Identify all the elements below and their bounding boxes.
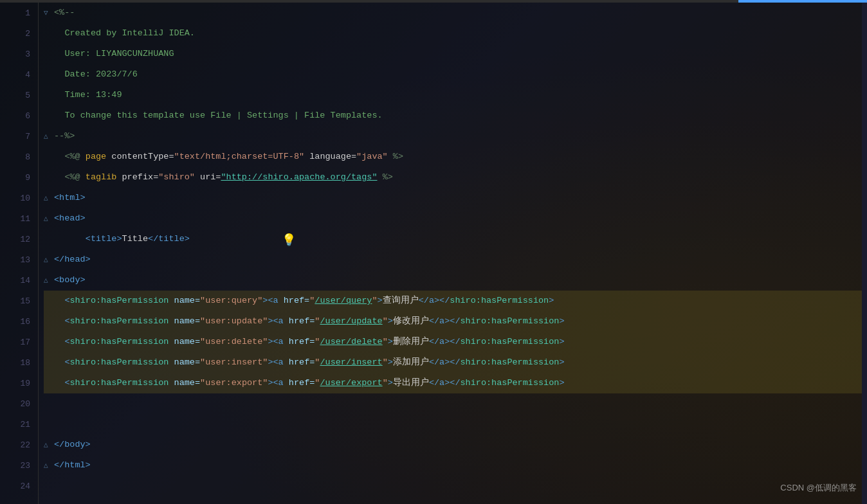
code-line-13: △</head>	[44, 249, 862, 270]
code-line-5: Time: 13:49	[44, 85, 862, 105]
line-num-6: 6	[0, 105, 38, 126]
line-num-23: 23	[0, 455, 38, 476]
line-num-3: 3	[0, 44, 38, 64]
fold-icon-10[interactable]: △	[44, 188, 53, 208]
code-line-22: △</body>	[44, 435, 862, 455]
fold-icon-13[interactable]: △	[44, 249, 53, 270]
line-num-19: 19	[0, 373, 38, 393]
code-line-8: <%@ page contentType="text/html;charset=…	[44, 147, 862, 167]
right-scrollbar[interactable]	[862, 3, 867, 504]
watermark: CSDN @低调的黑客	[780, 482, 857, 494]
code-line-15: <shiro:hasPermission name="user:query"><…	[44, 291, 862, 311]
code-line-14: △<body>	[44, 270, 862, 291]
line-num-13: 13	[0, 249, 38, 270]
code-line-16: <shiro:hasPermission name="user:update">…	[44, 311, 862, 332]
line-num-8: 8	[0, 147, 38, 167]
code-content[interactable]: ▽<%-- Created by IntelliJ IDEA. User: LI…	[39, 3, 862, 504]
code-line-3: User: LIYANGCUNZHUANG	[44, 44, 862, 64]
fold-icon-14[interactable]: △	[44, 270, 53, 291]
line-num-14: 14	[0, 270, 38, 291]
code-line-18: <shiro:hasPermission name="user:insert">…	[44, 352, 862, 373]
fold-icon-7[interactable]: △	[44, 126, 53, 147]
code-line-7: △--%>	[44, 126, 862, 147]
line-num-22: 22	[0, 435, 38, 455]
line-num-7: 7	[0, 126, 38, 147]
code-line-11: △<head>	[44, 208, 862, 229]
line-num-1: 1	[0, 3, 38, 23]
code-line-19: <shiro:hasPermission name="user:export">…	[44, 373, 862, 393]
line-num-4: 4	[0, 64, 38, 85]
code-line-4: Date: 2023/7/6	[44, 64, 862, 85]
bulb-icon[interactable]: 💡	[282, 230, 424, 251]
code-line-24	[44, 476, 862, 496]
code-line-12: <title>Title</title> 💡	[44, 229, 862, 249]
editor-container: 1 2 3 4 5 6 7 8 9 10 11 12 13 14 15 16 1…	[0, 0, 867, 504]
code-line-23: △</html>	[44, 455, 862, 476]
line-num-21: 21	[0, 414, 38, 435]
line-num-18: 18	[0, 352, 38, 373]
line-num-20: 20	[0, 393, 38, 414]
code-line-10: △<html>	[44, 188, 862, 208]
line-num-15: 15	[0, 291, 38, 311]
code-line-17: <shiro:hasPermission name="user:delete">…	[44, 332, 862, 352]
line-num-9: 9	[0, 167, 38, 188]
line-numbers: 1 2 3 4 5 6 7 8 9 10 11 12 13 14 15 16 1…	[0, 3, 39, 504]
code-line-9: <%@ taglib prefix="shiro" uri="http://sh…	[44, 167, 862, 188]
fold-icon-11[interactable]: △	[44, 208, 53, 229]
fold-icon-22[interactable]: △	[44, 435, 53, 455]
line-num-10: 10	[0, 188, 38, 208]
line-num-11: 11	[0, 208, 38, 229]
fold-icon-1[interactable]: ▽	[44, 3, 53, 23]
line-num-2: 2	[0, 23, 38, 44]
code-line-1: ▽<%--	[44, 3, 862, 23]
code-area: 1 2 3 4 5 6 7 8 9 10 11 12 13 14 15 16 1…	[0, 3, 867, 504]
code-line-21	[44, 414, 862, 435]
line-num-12: 12	[0, 229, 38, 249]
code-line-20	[44, 393, 862, 414]
code-line-2: Created by IntelliJ IDEA.	[44, 23, 862, 44]
line-num-24: 24	[0, 476, 38, 496]
line-num-16: 16	[0, 311, 38, 332]
code-line-6: To change this template use File | Setti…	[44, 105, 862, 126]
fold-icon-23[interactable]: △	[44, 455, 53, 476]
line-num-17: 17	[0, 332, 38, 352]
line-num-5: 5	[0, 85, 38, 105]
